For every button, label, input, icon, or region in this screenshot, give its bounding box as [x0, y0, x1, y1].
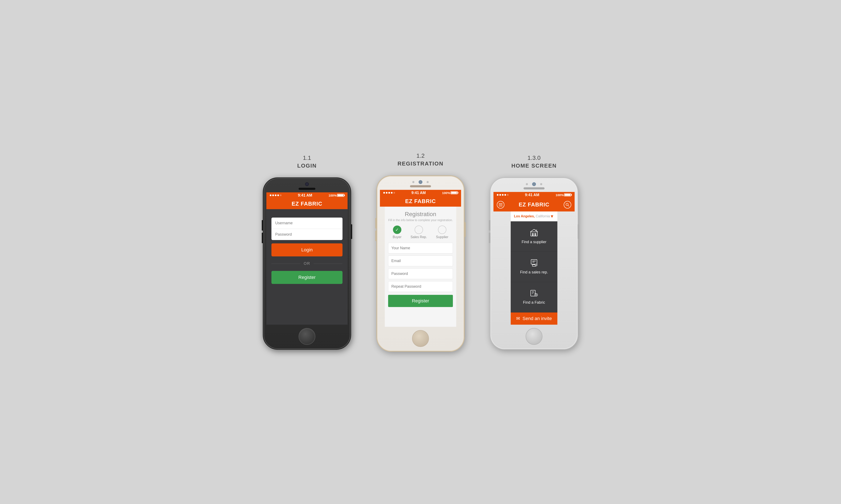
sensor-dot-2 [427, 181, 429, 183]
app-header-3: EZ FABRIC [494, 198, 574, 212]
find-fabric-item[interactable]: Find a Fabric [511, 282, 557, 312]
role-salesrep[interactable]: Sales Rep. [410, 226, 427, 239]
salesrep-icon [530, 259, 538, 268]
svg-point-3 [566, 203, 568, 205]
screen-2-version: 1.2 [398, 152, 444, 159]
battery-percent-1: 100% [329, 194, 337, 197]
reg-title: Registration [388, 211, 453, 218]
battery-1: 100% [329, 194, 344, 197]
power-button-3[interactable] [578, 224, 579, 239]
power-button-2[interactable] [464, 222, 466, 237]
svg-rect-2 [499, 206, 502, 206]
supplier-icon-svg [530, 229, 538, 236]
role-buyer[interactable]: ✓ Buyer [393, 226, 401, 239]
or-divider: OR [271, 262, 343, 266]
battery-bar-1 [337, 194, 344, 197]
buyer-label: Buyer [393, 235, 401, 239]
s3-dot-5 [507, 194, 509, 196]
volume-up-button-3[interactable] [489, 220, 491, 231]
s3-dot-2 [499, 194, 501, 196]
svg-rect-6 [532, 233, 534, 236]
status-bar-1: 9:41 AM 100% [267, 192, 347, 198]
s2-dot-4 [391, 192, 393, 194]
or-text: OR [301, 262, 314, 266]
screen-3-label: 1.3.0 HOME SCREEN [511, 155, 557, 169]
signal-dot-5 [280, 195, 281, 196]
speaker-3 [524, 187, 545, 190]
find-salesrep-label: Find a sales rep. [520, 270, 548, 274]
menu-icon[interactable] [497, 201, 504, 209]
or-line-left [271, 264, 301, 264]
buyer-circle: ✓ [393, 226, 401, 234]
volume-down-button-3[interactable] [489, 233, 491, 243]
location-bar[interactable]: Los Angeles, California ▼ [511, 212, 557, 221]
reg-submit-button[interactable]: Register [388, 295, 453, 307]
screen-3-wrapper: 1.3.0 HOME SCREEN [490, 155, 578, 350]
svg-rect-7 [534, 233, 536, 236]
screen-1-label: 1.1 LOGIN [297, 155, 316, 169]
salesrep-label: Sales Rep. [410, 235, 427, 239]
battery-percent-2: 100% [442, 191, 450, 195]
supplier-label: Supplier [436, 235, 448, 239]
svg-line-10 [536, 230, 537, 230]
or-line-right [314, 264, 343, 264]
repeat-password-input[interactable] [388, 281, 453, 292]
find-supplier-item[interactable]: Find a supplier [511, 222, 557, 252]
role-supplier[interactable]: Supplier [436, 226, 448, 239]
front-camera [305, 182, 309, 186]
volume-up-button[interactable] [262, 220, 263, 231]
reg-subtitle: Fill in the info below to complete your … [388, 218, 453, 222]
status-time-2: 9:41 AM [411, 191, 426, 195]
password-input-reg[interactable] [388, 268, 453, 279]
send-invite-bar[interactable]: ✉ Send an invite [511, 312, 557, 325]
fabric-icon [530, 289, 538, 299]
s3-dot-3 [502, 194, 503, 196]
battery-bar-2 [450, 191, 458, 194]
battery-fill-1 [338, 195, 343, 196]
signal-dot-2 [272, 195, 274, 196]
home-button-2[interactable] [412, 330, 429, 347]
home-content: Los Angeles, California ▼ [511, 212, 557, 325]
credential-inputs [271, 218, 343, 240]
send-invite-text: Send an invite [522, 316, 552, 321]
phone-1: 9:41 AM 100% EZ FABRIC [263, 177, 351, 350]
home-button-1[interactable] [298, 328, 315, 345]
signal-dots-2 [383, 192, 395, 194]
name-input[interactable] [388, 243, 453, 253]
find-salesrep-item[interactable]: Find a sales rep. [511, 252, 557, 282]
screen-3-title: HOME SCREEN [511, 163, 557, 169]
username-input[interactable] [271, 218, 343, 229]
power-button[interactable] [350, 224, 352, 239]
home-button-3[interactable] [526, 328, 543, 345]
top-sensors-3 [526, 182, 542, 186]
battery-2: 100% [442, 191, 458, 195]
volume-down-button[interactable] [262, 233, 263, 243]
signal-dots-3 [497, 194, 509, 196]
svg-line-4 [568, 205, 569, 206]
supplier-circle [438, 226, 446, 234]
sensor-dot-3b [540, 183, 542, 185]
status-time-1: 9:41 AM [298, 193, 312, 198]
hamburger-icon-svg [499, 203, 502, 206]
s2-dot-1 [383, 192, 385, 194]
email-input[interactable] [388, 256, 453, 266]
register-button-1[interactable]: Register [271, 271, 343, 284]
volume-up-button-2[interactable] [375, 218, 377, 229]
svg-rect-0 [499, 203, 502, 204]
status-header-3: 9:41 AM 100% [494, 192, 574, 212]
s3-dot-4 [504, 194, 506, 196]
app-title-3: EZ FABRIC [519, 201, 549, 208]
signal-dot-1 [270, 195, 271, 196]
location-text: Los Angeles, California [514, 214, 550, 218]
app-title-2: EZ FABRIC [405, 198, 436, 204]
supplier-icon [530, 229, 538, 238]
volume-down-button-2[interactable] [375, 231, 377, 241]
menu-grid: Find a supplier [511, 221, 557, 312]
search-icon-btn[interactable] [564, 201, 571, 209]
sensor-dot-3a [526, 183, 528, 185]
search-icon-svg [566, 203, 569, 206]
s3-dot-1 [497, 194, 498, 196]
login-button[interactable]: Login [271, 244, 343, 256]
svg-point-16 [535, 264, 537, 266]
password-input[interactable] [271, 229, 343, 240]
